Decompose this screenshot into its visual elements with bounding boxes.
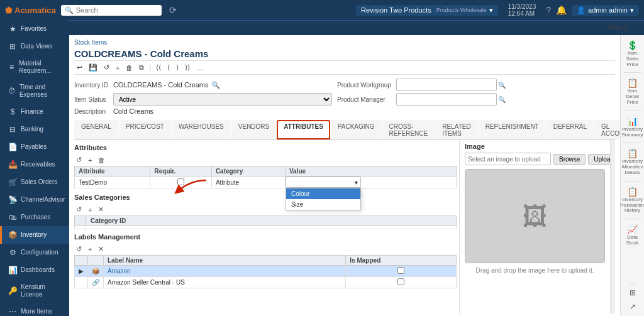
sales-cat-add-btn[interactable]: +: [86, 205, 94, 214]
sidebar-item-purchases[interactable]: 🛍 Purchases: [0, 209, 69, 226]
tab-cross-reference[interactable]: CROSS-REFERENCE: [382, 120, 435, 139]
activities-link[interactable]: ACTIVITIES: [481, 25, 515, 31]
help-icon[interactable]: ?: [546, 5, 551, 15]
company-chevron-icon: ▾: [489, 6, 493, 14]
tab-replenishment[interactable]: REPLENISHMENT: [479, 120, 546, 139]
scroll-indicator[interactable]: [610, 140, 615, 313]
tab-vendors[interactable]: VENDORS: [231, 120, 276, 139]
sidebar-item-material-req[interactable]: ≡ Material Requirem...: [0, 55, 69, 79]
next-button[interactable]: ⟩: [174, 62, 181, 73]
sidebar-item-sales-orders[interactable]: 🛒 Sales Orders: [0, 173, 69, 191]
sidebar-item-more[interactable]: ⋯ More Items: [0, 303, 69, 316]
icon-cell: 📦: [88, 266, 104, 277]
sidebar-item-payables[interactable]: 📄 Payables: [0, 138, 69, 156]
mini-action-inv-trans[interactable]: 📋 Inventory Transaction History: [618, 184, 644, 216]
tab-general[interactable]: GENERAL: [74, 120, 118, 139]
labels-add-btn[interactable]: +: [86, 245, 94, 254]
browse-button[interactable]: Browse: [553, 154, 586, 165]
refresh-icon[interactable]: ⟳: [169, 5, 177, 15]
search-input[interactable]: [76, 6, 152, 14]
search-bar[interactable]: 🔍: [61, 5, 162, 16]
sales-cat-refresh-btn[interactable]: ↺: [74, 205, 84, 214]
prev-button[interactable]: ⟨: [165, 62, 172, 73]
attr-value-cell[interactable]: ▾ Colour Size: [285, 177, 456, 188]
customization-link[interactable]: CUSTOMIZATION: [548, 25, 599, 31]
labels-refresh-btn[interactable]: ↺: [74, 244, 84, 254]
mini-action-inv-allocation[interactable]: 📋 Inventory Allocation Details: [620, 146, 644, 178]
product-manager-input[interactable]: [396, 93, 497, 106]
add-button[interactable]: +: [113, 63, 122, 73]
product-workgroup-input[interactable]: [396, 79, 497, 91]
sidebar-item-time-expenses[interactable]: ⏱ Time and Expenses: [0, 79, 69, 103]
attributes-delete-btn[interactable]: 🗑: [96, 156, 107, 165]
inventory-id-label: Inventory ID: [74, 82, 108, 89]
notes-link[interactable]: NOTES: [452, 25, 474, 31]
value-dropdown-menu: Colour Size: [286, 188, 361, 210]
first-button[interactable]: ⟨⟨: [153, 62, 164, 73]
tab-gl-accounts[interactable]: GL ACCOUNTS: [594, 120, 620, 139]
mini-action-item-sales-price[interactable]: 💲 Item Sales Price: [622, 38, 643, 70]
product-manager-search-icon[interactable]: 🔍: [498, 96, 506, 103]
breadcrumb-link[interactable]: Stock Items: [74, 39, 107, 46]
breadcrumb: Stock Items: [74, 38, 615, 47]
sales-cat-delete-btn[interactable]: ✕: [96, 205, 106, 214]
mini-action-item-detail-price[interactable]: 📋 Item Detail Price: [622, 75, 643, 107]
bell-icon[interactable]: 🔔: [556, 5, 567, 15]
delete-button[interactable]: 🗑: [123, 63, 135, 73]
label-mapped-checkbox-2[interactable]: [397, 278, 404, 285]
sidebar-item-inventory[interactable]: 📦 Inventory: [0, 226, 69, 244]
tab-packaging[interactable]: PACKAGING: [331, 120, 382, 139]
labels-delete-btn[interactable]: ✕: [96, 244, 106, 254]
mini-sep5: [624, 219, 641, 219]
col-value: Value: [285, 166, 456, 177]
product-workgroup-search-icon[interactable]: 🔍: [498, 82, 506, 89]
labels-table-toolbar: ↺ + ✕: [74, 243, 457, 255]
sidebar-item-finance[interactable]: $ Finance: [0, 103, 69, 121]
mini-expand-btn[interactable]: ⊞: [630, 286, 636, 300]
data-stock-icon: 📈: [627, 224, 638, 234]
value-dropdown-trigger[interactable]: ▾: [286, 177, 361, 188]
sidebar-item-kensium[interactable]: 🔑 Kensium License: [0, 279, 69, 303]
copy-button[interactable]: ⧉: [136, 62, 147, 73]
sidebar-item-favorites[interactable]: ★ Favorites: [0, 20, 69, 38]
last-button[interactable]: ⟩⟩: [182, 62, 192, 73]
sidebar-item-banking[interactable]: ⊟ Banking: [0, 121, 69, 138]
sidebar-item-data-views[interactable]: ⊞ Data Views: [0, 38, 69, 55]
attr-required-checkbox[interactable]: [177, 178, 184, 185]
item-status-select[interactable]: Active Inactive: [113, 93, 332, 106]
expand-cell[interactable]: ▶: [75, 266, 88, 277]
undo-button[interactable]: ↺: [101, 62, 112, 73]
mini-action-data-stock[interactable]: 📈 Data Stock: [622, 222, 643, 249]
inventory-search-icon[interactable]: 🔍: [211, 81, 220, 89]
tab-warehouses[interactable]: WAREHOUSES: [172, 120, 231, 139]
description-label: Description: [74, 108, 108, 115]
attr-category-cell: Attribute: [211, 177, 285, 188]
inventory-id-value: COLDCREAMS - Cold Creams 🔍: [113, 81, 332, 89]
files-link[interactable]: FILES: [523, 25, 541, 31]
attributes-add-btn[interactable]: +: [86, 156, 94, 165]
mini-external-icon[interactable]: ↗: [630, 300, 636, 313]
sidebar-item-dashboards[interactable]: 📊 Dashboards: [0, 261, 69, 279]
company-selector[interactable]: Revision Two Products Products Wholesale…: [356, 5, 498, 16]
sidebar-item-configuration[interactable]: ⚙ Configuration: [0, 244, 69, 261]
dropdown-option-colour[interactable]: Colour: [286, 188, 360, 199]
attributes-refresh-btn[interactable]: ↺: [74, 155, 84, 165]
tab-related-items[interactable]: RELATED ITEMS: [435, 120, 477, 139]
dropdown-option-size[interactable]: Size: [286, 199, 360, 210]
mini-panel-bottom: ⊞ ↗: [630, 283, 636, 313]
attr-required-cell: [150, 177, 211, 188]
dropdown-chevron-icon: ▾: [355, 179, 358, 186]
sidebar-item-receivables[interactable]: 📥 Receivables: [0, 156, 69, 173]
save-button[interactable]: 💾: [86, 62, 100, 73]
back-button[interactable]: ↩: [74, 62, 85, 73]
tools-link[interactable]: TOOLS: [607, 25, 628, 31]
user-menu[interactable]: 👤 admin admin ▾: [572, 5, 639, 16]
more-button[interactable]: …: [194, 63, 206, 73]
mini-action-inventory-summary[interactable]: 📊 Inventory Summary: [620, 114, 644, 141]
image-upload-input[interactable]: [465, 153, 551, 165]
sidebar-item-channel-advisor[interactable]: 📡 ChannelAdvisor: [0, 191, 69, 209]
label-mapped-checkbox[interactable]: [397, 267, 404, 274]
tab-price-cost[interactable]: PRICE/COST: [119, 120, 171, 139]
tab-deferral[interactable]: DEFERRAL: [547, 120, 594, 139]
tab-attributes[interactable]: ATTRIBUTES: [277, 120, 330, 139]
